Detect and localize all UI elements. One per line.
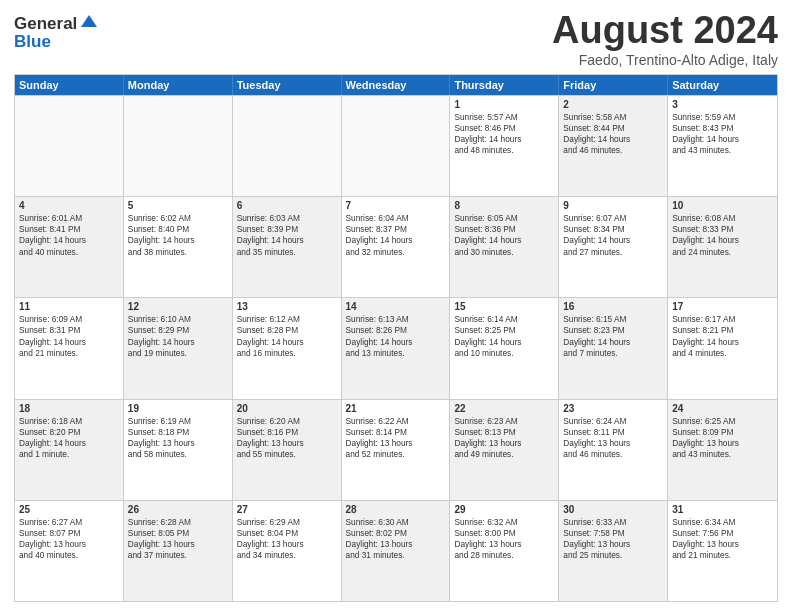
cell-info-line: Sunset: 8:39 PM <box>237 224 337 235</box>
cell-info-line: Sunrise: 6:34 AM <box>672 517 773 528</box>
cell-info-line: Daylight: 13 hours <box>672 539 773 550</box>
day-number: 27 <box>237 504 337 515</box>
cell-info-line: Daylight: 14 hours <box>454 134 554 145</box>
cell-info-line: Daylight: 14 hours <box>563 235 663 246</box>
title-block: August 2024 Faedo, Trentino-Alto Adige, … <box>552 10 778 68</box>
cal-cell-empty-3 <box>342 96 451 196</box>
header-day-sunday: Sunday <box>15 75 124 95</box>
cal-cell-4: 4Sunrise: 6:01 AMSunset: 8:41 PMDaylight… <box>15 197 124 297</box>
cal-cell-11: 11Sunrise: 6:09 AMSunset: 8:31 PMDayligh… <box>15 298 124 398</box>
cell-info-line: Sunset: 8:46 PM <box>454 123 554 134</box>
day-number: 25 <box>19 504 119 515</box>
cal-cell-22: 22Sunrise: 6:23 AMSunset: 8:13 PMDayligh… <box>450 400 559 500</box>
day-number: 12 <box>128 301 228 312</box>
cell-info-line: Sunrise: 5:58 AM <box>563 112 663 123</box>
cell-info-line: and 27 minutes. <box>563 247 663 258</box>
cell-info-line: Sunset: 8:05 PM <box>128 528 228 539</box>
cal-cell-3: 3Sunrise: 5:59 AMSunset: 8:43 PMDaylight… <box>668 96 777 196</box>
cell-info-line: and 58 minutes. <box>128 449 228 460</box>
cell-info-line: Daylight: 14 hours <box>672 337 773 348</box>
cell-info-line: and 34 minutes. <box>237 550 337 561</box>
cell-info-line: Sunset: 8:36 PM <box>454 224 554 235</box>
cell-info-line: Daylight: 13 hours <box>346 438 446 449</box>
cell-info-line: Daylight: 14 hours <box>237 235 337 246</box>
logo: General Blue <box>14 14 99 52</box>
cal-cell-20: 20Sunrise: 6:20 AMSunset: 8:16 PMDayligh… <box>233 400 342 500</box>
logo-blue-text: Blue <box>14 32 99 52</box>
cell-info-line: Sunset: 8:07 PM <box>19 528 119 539</box>
day-number: 28 <box>346 504 446 515</box>
header-day-friday: Friday <box>559 75 668 95</box>
cell-info-line: and 52 minutes. <box>346 449 446 460</box>
cell-info-line: Daylight: 13 hours <box>454 539 554 550</box>
cell-info-line: Sunset: 8:16 PM <box>237 427 337 438</box>
cell-info-line: Sunrise: 6:24 AM <box>563 416 663 427</box>
cell-info-line: Daylight: 14 hours <box>672 235 773 246</box>
cell-info-line: and 24 minutes. <box>672 247 773 258</box>
cal-cell-24: 24Sunrise: 6:25 AMSunset: 8:09 PMDayligh… <box>668 400 777 500</box>
cell-info-line: Sunset: 8:31 PM <box>19 325 119 336</box>
cal-cell-30: 30Sunrise: 6:33 AMSunset: 7:58 PMDayligh… <box>559 501 668 601</box>
cell-info-line: Sunset: 8:26 PM <box>346 325 446 336</box>
day-number: 14 <box>346 301 446 312</box>
day-number: 13 <box>237 301 337 312</box>
day-number: 11 <box>19 301 119 312</box>
cell-info-line: Sunrise: 6:30 AM <box>346 517 446 528</box>
header-day-thursday: Thursday <box>450 75 559 95</box>
location: Faedo, Trentino-Alto Adige, Italy <box>552 52 778 68</box>
cell-info-line: Sunrise: 6:18 AM <box>19 416 119 427</box>
cal-cell-5: 5Sunrise: 6:02 AMSunset: 8:40 PMDaylight… <box>124 197 233 297</box>
cell-info-line: Daylight: 13 hours <box>128 438 228 449</box>
cell-info-line: Sunrise: 6:25 AM <box>672 416 773 427</box>
cal-cell-12: 12Sunrise: 6:10 AMSunset: 8:29 PMDayligh… <box>124 298 233 398</box>
calendar: SundayMondayTuesdayWednesdayThursdayFrid… <box>14 74 778 602</box>
cell-info-line: Daylight: 14 hours <box>128 235 228 246</box>
cell-info-line: and 32 minutes. <box>346 247 446 258</box>
cell-info-line: Sunset: 8:28 PM <box>237 325 337 336</box>
cell-info-line: Sunset: 8:21 PM <box>672 325 773 336</box>
cell-info-line: and 46 minutes. <box>563 145 663 156</box>
cell-info-line: and 40 minutes. <box>19 247 119 258</box>
day-number: 20 <box>237 403 337 414</box>
cal-cell-empty-0 <box>15 96 124 196</box>
cell-info-line: and 30 minutes. <box>454 247 554 258</box>
cal-cell-10: 10Sunrise: 6:08 AMSunset: 8:33 PMDayligh… <box>668 197 777 297</box>
cell-info-line: Sunset: 8:37 PM <box>346 224 446 235</box>
cell-info-line: and 19 minutes. <box>128 348 228 359</box>
header-day-saturday: Saturday <box>668 75 777 95</box>
cell-info-line: and 40 minutes. <box>19 550 119 561</box>
cell-info-line: Sunrise: 6:22 AM <box>346 416 446 427</box>
cell-info-line: Daylight: 14 hours <box>19 438 119 449</box>
cell-info-line: Sunrise: 6:01 AM <box>19 213 119 224</box>
cell-info-line: Daylight: 14 hours <box>128 337 228 348</box>
cal-cell-29: 29Sunrise: 6:32 AMSunset: 8:00 PMDayligh… <box>450 501 559 601</box>
calendar-header: SundayMondayTuesdayWednesdayThursdayFrid… <box>15 75 777 95</box>
day-number: 29 <box>454 504 554 515</box>
cell-info-line: Sunrise: 6:07 AM <box>563 213 663 224</box>
cell-info-line: and 28 minutes. <box>454 550 554 561</box>
cell-info-line: Sunrise: 6:03 AM <box>237 213 337 224</box>
day-number: 3 <box>672 99 773 110</box>
calendar-row-1: 1Sunrise: 5:57 AMSunset: 8:46 PMDaylight… <box>15 95 777 196</box>
cell-info-line: Sunrise: 6:09 AM <box>19 314 119 325</box>
cell-info-line: Daylight: 14 hours <box>563 134 663 145</box>
cell-info-line: and 10 minutes. <box>454 348 554 359</box>
cell-info-line: Sunrise: 6:20 AM <box>237 416 337 427</box>
calendar-row-5: 25Sunrise: 6:27 AMSunset: 8:07 PMDayligh… <box>15 500 777 601</box>
cell-info-line: and 38 minutes. <box>128 247 228 258</box>
cell-info-line: Daylight: 14 hours <box>346 235 446 246</box>
cell-info-line: Sunset: 8:20 PM <box>19 427 119 438</box>
day-number: 7 <box>346 200 446 211</box>
cell-info-line: Sunset: 8:04 PM <box>237 528 337 539</box>
cell-info-line: and 31 minutes. <box>346 550 446 561</box>
cal-cell-18: 18Sunrise: 6:18 AMSunset: 8:20 PMDayligh… <box>15 400 124 500</box>
cell-info-line: Daylight: 13 hours <box>128 539 228 550</box>
page: General Blue August 2024 Faedo, Trentino… <box>0 0 792 612</box>
calendar-row-4: 18Sunrise: 6:18 AMSunset: 8:20 PMDayligh… <box>15 399 777 500</box>
cell-info-line: and 35 minutes. <box>237 247 337 258</box>
cell-info-line: and 25 minutes. <box>563 550 663 561</box>
cell-info-line: Sunset: 8:09 PM <box>672 427 773 438</box>
cell-info-line: Sunset: 8:11 PM <box>563 427 663 438</box>
cell-info-line: and 55 minutes. <box>237 449 337 460</box>
cell-info-line: and 46 minutes. <box>563 449 663 460</box>
